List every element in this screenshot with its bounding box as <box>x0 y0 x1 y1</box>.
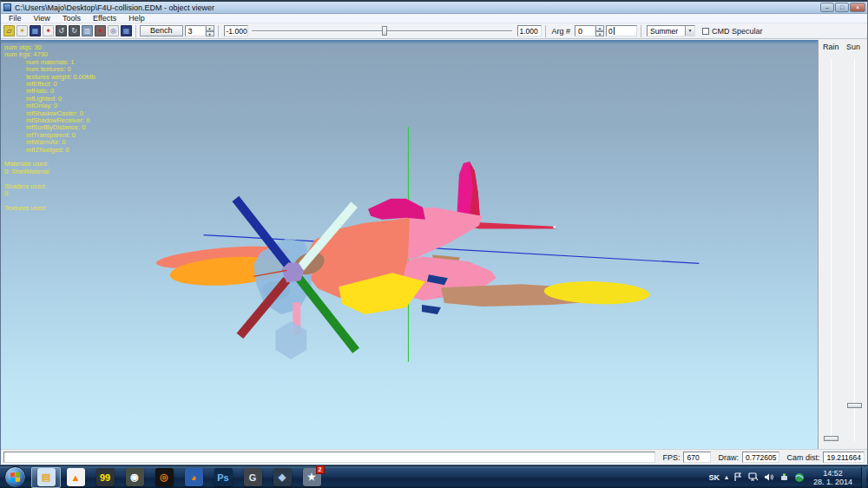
menu-item[interactable]: Tools <box>56 14 87 23</box>
close-button[interactable]: × <box>850 3 865 12</box>
arg-input-value: 0 <box>608 26 613 36</box>
taskbar-apps: ▤ ▲ 99 ◉ <box>31 466 326 488</box>
app-glyph: ◉ <box>130 472 139 483</box>
search-icon[interactable]: ◎ <box>108 25 119 36</box>
taskbar-emblem-button[interactable]: ◎ <box>149 467 179 488</box>
range-min-field[interactable]: -1.000 <box>224 25 248 36</box>
show-hidden-icons-button[interactable]: ▴ <box>725 473 728 482</box>
system-tray: SK ▴ 14:52 28. 1. 2014 <box>708 467 868 488</box>
bench-spin-down-icon[interactable]: ▼ <box>206 31 214 37</box>
minimize-button[interactable]: – <box>820 3 834 12</box>
toolbar-icons: ▱✶▦✦↺↻▥✦◎▦ <box>3 25 132 36</box>
draw-label: Draw: <box>718 453 739 462</box>
cmd-specular-checkbox[interactable] <box>702 28 709 35</box>
bench-value-field[interactable]: 3 <box>185 25 206 36</box>
bench-button[interactable]: Bench <box>140 25 183 36</box>
volume-icon[interactable] <box>764 472 774 482</box>
arg-spinner: 0 ▲ ▼ <box>575 25 604 36</box>
stat-line: 0: <box>4 190 95 197</box>
window-title: C:\Users\Majo\Desktop\F4U-collision.EDM … <box>15 3 214 12</box>
app-glyph: ◕ <box>191 472 197 483</box>
season-dropdown[interactable]: Summer ▼ <box>647 25 695 36</box>
import-model-icon[interactable]: ▦ <box>30 25 41 36</box>
run-animation-icon[interactable]: ✦ <box>95 25 106 36</box>
camera-forward-icon[interactable]: ↻ <box>69 25 80 36</box>
dropdown-arrow-icon[interactable]: ▼ <box>685 26 694 36</box>
sun-label: Sun <box>846 43 860 51</box>
menu-item[interactable]: Effects <box>87 14 122 23</box>
stat-line: Shaders used: <box>4 183 95 190</box>
open-folder-icon[interactable]: ▱ <box>3 25 15 36</box>
menu-item[interactable]: Help <box>122 14 151 23</box>
device-icon[interactable] <box>779 472 789 482</box>
clock-date: 28. 1. 2014 <box>813 478 852 486</box>
window-controls: – □ × <box>820 3 865 12</box>
action-center-flag-icon[interactable] <box>733 472 743 482</box>
app-glyph: ◎ <box>160 472 168 483</box>
cam-dist-label: Cam dist: <box>786 453 819 462</box>
arg-input[interactable]: 0 <box>606 25 637 36</box>
sun-slider[interactable] <box>847 56 862 445</box>
language-indicator[interactable]: SK <box>708 473 720 482</box>
menu-bar: FileViewToolsEffectsHelp <box>1 14 867 23</box>
taskbar-photoshop-button[interactable]: Ps <box>208 467 238 488</box>
taskbar-usb-guard-button[interactable]: ◆ <box>267 467 297 488</box>
slider-thumb[interactable] <box>382 26 387 36</box>
taskbar-lockon-button[interactable]: ★ 2 <box>297 467 326 488</box>
arg-label: Arg # <box>552 27 571 36</box>
model-stats: num objs: 30num trgs: 4790 num materials… <box>4 44 95 212</box>
sun-slider-thumb[interactable] <box>847 403 862 408</box>
arg-value-field[interactable]: 0 <box>575 25 595 36</box>
viewport-3d[interactable]: num objs: 30num trgs: 4790 num materials… <box>1 40 819 449</box>
clock[interactable]: 14:52 28. 1. 2014 <box>813 469 852 486</box>
bench-spinner: 3 ▲ ▼ <box>185 25 214 36</box>
menu-item[interactable]: View <box>28 14 56 23</box>
taskbar-gom-button[interactable]: G <box>238 467 267 488</box>
run-benchmark-icon[interactable]: ✦ <box>43 25 54 36</box>
taskbar-firefox-button[interactable]: ◕ <box>179 467 208 488</box>
new-folder-icon[interactable]: ✶ <box>16 25 28 36</box>
draw-value: 0.772605 <box>742 452 779 463</box>
taskbar-perfmonitor-button[interactable]: 99 <box>90 467 120 488</box>
clock-time: 14:52 <box>823 469 843 478</box>
taskbar: ▤ ▲ 99 ◉ <box>0 465 868 488</box>
start-button[interactable] <box>4 466 26 488</box>
plane-model-render <box>1 40 818 449</box>
stat-line: mfIZNudged: 0 <box>4 147 95 154</box>
app-glyph: ▤ <box>42 472 50 483</box>
view-mode-icon[interactable]: ▥ <box>82 25 93 36</box>
arg-spin-down-icon[interactable]: ▼ <box>595 31 604 37</box>
wheel <box>275 321 306 359</box>
menu-item[interactable]: File <box>3 14 28 23</box>
app-icon: ◎ <box>155 468 174 486</box>
toolbar-separator <box>545 25 546 37</box>
range-value-field: 1.000 <box>517 25 542 36</box>
main-area: num objs: 30num trgs: 4790 num materials… <box>1 40 867 449</box>
toolbar: ▱✶▦✦↺↻▥✦◎▦ Bench 3 ▲ ▼ -1.000 1.000 Arg … <box>1 23 867 39</box>
taskbar-panda-button[interactable]: ◉ <box>120 467 149 488</box>
toolbar-separator <box>135 25 136 37</box>
cmd-specular-label: CMD Specular <box>712 27 763 36</box>
environment-panel: Rain Sun <box>819 40 867 449</box>
app-icon <box>3 3 11 11</box>
camera-back-icon[interactable]: ↺ <box>56 25 67 36</box>
app-icon: ▤ <box>37 468 56 486</box>
app-icon: ▲ <box>67 468 85 486</box>
show-desktop-button[interactable] <box>861 467 866 488</box>
app-icon: ★ 2 <box>303 468 321 486</box>
taskbar-explorer-button[interactable]: ▤ <box>31 467 61 488</box>
globe-icon[interactable] <box>794 472 805 483</box>
pitot-tip <box>553 226 556 228</box>
app-glyph: 99 <box>100 472 110 483</box>
taskbar-vlc-button[interactable]: ▲ <box>61 467 90 488</box>
maximize-button[interactable]: □ <box>835 3 849 12</box>
param-slider[interactable] <box>252 25 512 36</box>
windows-flag-icon <box>10 472 20 483</box>
toolbar-separator <box>641 25 641 37</box>
info-icon[interactable]: ▦ <box>121 25 132 36</box>
rain-slider-thumb[interactable] <box>824 436 838 441</box>
object-viewer-window: C:\Users\Majo\Desktop\F4U-collision.EDM … <box>0 0 868 465</box>
network-icon[interactable] <box>748 472 759 482</box>
app-icon: ◉ <box>126 468 144 486</box>
rain-slider[interactable] <box>824 56 838 445</box>
